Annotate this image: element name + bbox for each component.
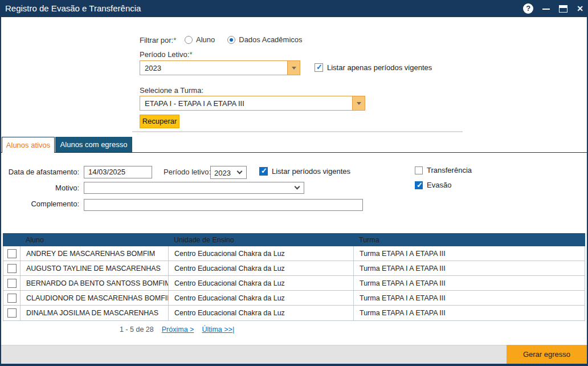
row-checkbox[interactable] bbox=[7, 249, 17, 258]
window-body: Filtrar por:* Aluno Dados Acadêmicos Per… bbox=[1, 17, 587, 364]
tab-alunos-ativos[interactable]: Alunos ativos bbox=[2, 137, 55, 153]
row-checkbox[interactable] bbox=[7, 294, 17, 303]
cell-aluno: CLAUDIONOR DE MASCARENHAS BOMFIM bbox=[21, 291, 169, 305]
pagination: 1 - 5 de 28 Próxima > Última >>| bbox=[120, 326, 234, 334]
cell-unidade: Centro Educacional Chakra da Luz bbox=[169, 306, 354, 320]
maximize-icon[interactable] bbox=[559, 5, 567, 13]
periodo-letivo-form-label: Período letivo: bbox=[164, 168, 211, 176]
table-row: CLAUDIONOR DE MASCARENHAS BOMFIM Centro … bbox=[3, 291, 585, 306]
cell-unidade: Centro Educacional Chakra da Luz bbox=[169, 276, 354, 290]
turma-combo[interactable]: ETAPA I - ETAPA I A ETAPA III bbox=[140, 96, 365, 111]
listar-vigentes-label[interactable]: Listar períodos vigentes bbox=[272, 167, 350, 176]
complemento-input[interactable] bbox=[84, 199, 363, 211]
header-unidade: Unidade de Ensino bbox=[168, 236, 353, 244]
tab-alunos-com-egresso[interactable]: Alunos com egresso bbox=[55, 137, 132, 153]
required-mark: * bbox=[173, 36, 176, 44]
cell-unidade: Centro Educacional Chakra da Luz bbox=[169, 291, 354, 305]
chevron-down-icon bbox=[292, 67, 296, 70]
cell-turma: Turma ETAPA I A ETAPA III bbox=[354, 246, 585, 261]
cell-unidade: Centro Educacional Chakra da Luz bbox=[169, 246, 354, 261]
cell-aluno: AUGUSTO TAYLINE DE MASCARENHAS bbox=[21, 261, 169, 275]
section-divider bbox=[132, 131, 463, 132]
table-row: ANDREY DE MASCARENHAS BOMFIM Centro Educ… bbox=[3, 246, 585, 261]
combo-dropdown-button[interactable] bbox=[352, 96, 365, 110]
next-page-link[interactable]: Próxima > bbox=[162, 326, 194, 334]
chevron-down-icon bbox=[237, 168, 243, 174]
complemento-label: Complemento: bbox=[1, 200, 79, 208]
periodo-letivo-select-value: 2023 bbox=[214, 168, 231, 177]
combo-dropdown-button[interactable] bbox=[287, 61, 300, 75]
radio-aluno[interactable] bbox=[185, 36, 193, 44]
periodo-letivo-label: Período Letivo:* bbox=[140, 50, 193, 59]
header-aluno: Aluno bbox=[20, 236, 168, 244]
evasao-checkbox-row: Evasão bbox=[415, 181, 451, 189]
evasao-checkbox[interactable] bbox=[415, 181, 423, 189]
listar-vigentes-checkbox-row: Listar períodos vigentes bbox=[259, 167, 350, 176]
students-table: Aluno Unidade de Ensino Turma ANDREY DE … bbox=[3, 234, 585, 321]
cell-turma: Turma ETAPA I A ETAPA III bbox=[354, 261, 585, 275]
radio-dados-academicos[interactable] bbox=[227, 36, 235, 44]
filtrar-por-label: Filtrar por:* bbox=[140, 36, 176, 44]
recuperar-button[interactable]: Recuperar bbox=[140, 115, 179, 128]
required-mark: * bbox=[189, 50, 192, 59]
cell-turma: Turma ETAPA I A ETAPA III bbox=[354, 291, 585, 305]
chevron-down-icon bbox=[357, 102, 361, 105]
cell-unidade: Centro Educacional Chakra da Luz bbox=[169, 261, 354, 275]
page-range-text: 1 - 5 de 28 bbox=[120, 326, 154, 334]
radio-aluno-label[interactable]: Aluno bbox=[196, 35, 215, 44]
selecione-turma-label: Selecione a Turma: bbox=[140, 86, 203, 95]
motivo-label: Motivo: bbox=[1, 184, 79, 192]
cell-turma: Turma ETAPA I A ETAPA III bbox=[354, 276, 585, 290]
window-title: Registro de Evasão e Transferência bbox=[5, 3, 141, 13]
last-page-link[interactable]: Última >>| bbox=[202, 326, 234, 334]
window-controls: ? ✕ bbox=[523, 0, 583, 17]
table-row: DINALMA JOSILMA DE MASCARENHAS Centro Ed… bbox=[3, 306, 585, 320]
cell-aluno: BERNARDO DA BENTO SANTOSS BOMFIM bbox=[21, 276, 169, 290]
radio-dados-academicos-label[interactable]: Dados Acadêmicos bbox=[239, 35, 302, 44]
motivo-select[interactable] bbox=[84, 182, 304, 194]
table-header-row: Aluno Unidade de Ensino Turma bbox=[3, 233, 585, 246]
row-checkbox[interactable] bbox=[7, 308, 17, 318]
cell-aluno: DINALMA JOSILMA DE MASCARENHAS bbox=[21, 306, 169, 320]
data-afastamento-label: Data de afastamento: bbox=[1, 168, 79, 176]
turma-combo-value: ETAPA I - ETAPA I A ETAPA III bbox=[145, 99, 244, 108]
listar-apenas-vigentes-checkbox[interactable] bbox=[315, 63, 323, 72]
periodo-letivo-combo-value: 2023 bbox=[145, 64, 161, 72]
app-window: Registro de Evasão e Transferência ? ✕ F… bbox=[0, 0, 588, 366]
close-icon[interactable]: ✕ bbox=[577, 4, 583, 13]
periodo-letivo-combo[interactable]: 2023 bbox=[140, 60, 300, 75]
transferencia-label[interactable]: Transferência bbox=[427, 166, 472, 174]
row-checkbox[interactable] bbox=[7, 279, 17, 288]
header-turma: Turma bbox=[353, 236, 585, 244]
footer-bar: Gerar egresso bbox=[1, 345, 587, 364]
minimize-icon[interactable] bbox=[542, 9, 550, 10]
evasao-label[interactable]: Evasão bbox=[427, 181, 451, 189]
filtrar-por-radios: Aluno Dados Acadêmicos bbox=[185, 35, 303, 44]
tab-panel-border bbox=[1, 152, 587, 153]
listar-apenas-vigentes-label[interactable]: Listar apenas períodos vigentes bbox=[327, 63, 432, 72]
listar-vigentes-checkbox[interactable] bbox=[259, 167, 268, 176]
chevron-down-icon bbox=[295, 184, 300, 189]
cell-turma: Turma ETAPA I A ETAPA III bbox=[354, 306, 585, 320]
transferencia-checkbox-row: Transferência bbox=[415, 166, 472, 174]
table-row: BERNARDO DA BENTO SANTOSS BOMFIM Centro … bbox=[3, 276, 585, 291]
help-icon[interactable]: ? bbox=[523, 3, 533, 14]
titlebar: Registro de Evasão e Transferência ? ✕ bbox=[0, 0, 588, 17]
periodo-letivo-select[interactable]: 2023 bbox=[210, 166, 247, 179]
cell-aluno: ANDREY DE MASCARENHAS BOMFIM bbox=[21, 246, 169, 261]
listar-apenas-vigentes-checkbox-row: Listar apenas períodos vigentes bbox=[315, 63, 432, 72]
row-checkbox[interactable] bbox=[7, 264, 17, 273]
data-afastamento-input[interactable]: 14/03/2025 bbox=[84, 166, 152, 178]
table-row: AUGUSTO TAYLINE DE MASCARENHAS Centro Ed… bbox=[3, 261, 585, 276]
gerar-egresso-button[interactable]: Gerar egresso bbox=[507, 345, 587, 364]
transferencia-checkbox[interactable] bbox=[415, 166, 423, 174]
